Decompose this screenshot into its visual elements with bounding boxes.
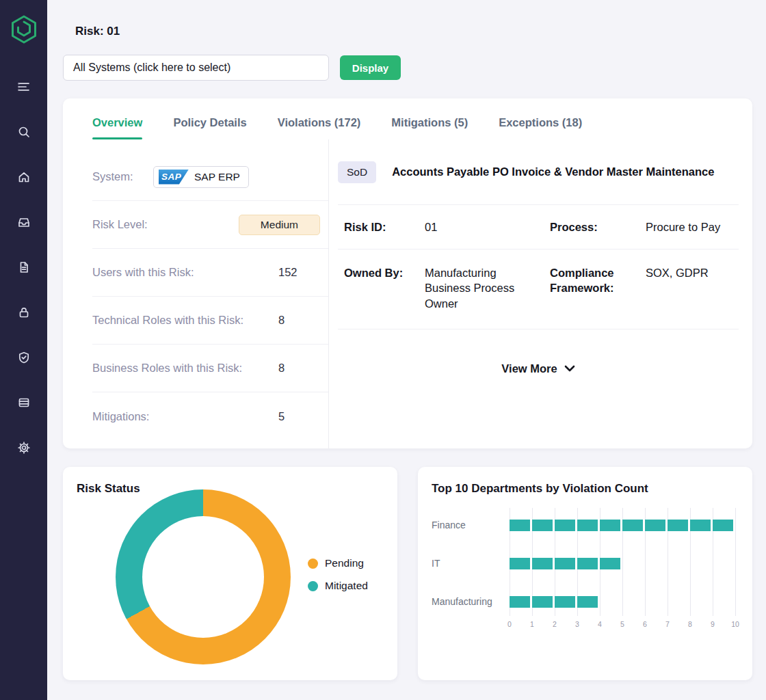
x-tick-label: 8: [688, 620, 692, 628]
donut-legend: Pending Mitigated: [308, 557, 368, 592]
category-label-finance: Finance: [432, 520, 466, 531]
chevron-down-icon: [564, 365, 575, 372]
system-select-value: All Systems (click here to select): [73, 62, 230, 74]
risk-id-value: 01: [425, 219, 550, 234]
category-label-it: IT: [432, 558, 440, 569]
sidebar-nav: [16, 79, 31, 455]
compliance-framework-value: SOX, GDPR: [646, 265, 739, 311]
mitigated-legend-label: Mitigated: [325, 580, 368, 592]
settings-gear-icon[interactable]: [16, 440, 31, 455]
risk-list-icon[interactable]: [16, 79, 31, 94]
risk-status-card: Risk Status Pending Mitigated: [63, 467, 397, 680]
page-title: Risk: 01: [75, 25, 752, 38]
category-label-manufacturing: Manufacturing: [432, 596, 492, 608]
app-logo[interactable]: [8, 14, 40, 48]
toolbar: All Systems (click here to select) Displ…: [63, 55, 752, 81]
sidebar: [0, 0, 47, 700]
risk-level-badge: Medium: [239, 215, 320, 235]
mitigations-label: Mitigations:: [92, 410, 149, 423]
pending-legend-dot: [308, 558, 318, 569]
system-label: System:: [92, 170, 133, 183]
risk-status-title: Risk Status: [77, 482, 397, 496]
users-with-risk-value: 152: [278, 266, 298, 279]
x-tick-label: 3: [575, 620, 579, 628]
owned-by-label: Owned By:: [344, 265, 425, 311]
charts-row: Risk Status Pending Mitigated Top 10 Dep…: [63, 467, 752, 680]
donut-hole: [142, 516, 264, 638]
x-tick-label: 2: [553, 620, 557, 628]
pending-legend-label: Pending: [325, 557, 364, 569]
bar-it: [510, 558, 622, 569]
technical-roles-row: Technical Roles with this Risk: 8: [92, 297, 328, 345]
view-more-button[interactable]: View More: [338, 362, 739, 375]
lock-icon[interactable]: [16, 305, 31, 320]
tab-policy-details[interactable]: Policy Details: [173, 116, 246, 139]
risk-title-row: SoD Accounts Payable PO Invoice & Vendor…: [338, 139, 739, 204]
business-roles-row: Business Roles with this Risk: 8: [92, 345, 328, 392]
detail-row-1: Risk ID: 01 Process: Procure to Pay: [338, 204, 739, 249]
risk-id-label: Risk ID:: [344, 219, 425, 234]
risk-detail-card: Overview Policy Details Violations (172)…: [63, 98, 752, 448]
x-tick-label: 9: [711, 620, 715, 628]
technical-roles-value: 8: [278, 314, 285, 327]
departments-bar-chart: Finance IT Manufacturing 012345678910: [418, 500, 752, 680]
risk-name-title: Accounts Payable PO Invoice & Vendor Mas…: [392, 165, 714, 178]
system-select[interactable]: All Systems (click here to select): [63, 55, 329, 81]
process-label: Process:: [550, 219, 646, 234]
x-tick-label: 7: [665, 620, 670, 628]
x-axis: 012345678910: [510, 620, 736, 630]
departments-chart-title: Top 10 Departments by Violation Count: [432, 482, 752, 496]
users-with-risk-row: Users with this Risk: 152: [92, 249, 328, 297]
risk-level-row: Risk Level: Medium: [92, 201, 328, 249]
system-badge: SAP SAP ERP: [153, 166, 249, 188]
x-tick-label: 6: [643, 620, 647, 628]
bar-finance: [510, 520, 735, 531]
table-icon[interactable]: [16, 395, 31, 410]
shield-check-icon[interactable]: [16, 350, 31, 365]
view-more-label: View More: [501, 362, 557, 375]
sap-logo: SAP: [159, 170, 189, 185]
risk-details-column: SoD Accounts Payable PO Invoice & Vendor…: [328, 139, 752, 448]
departments-chart-card: Top 10 Departments by Violation Count Fi…: [418, 467, 752, 680]
document-icon[interactable]: [16, 260, 31, 275]
legend-item-mitigated: Mitigated: [308, 580, 368, 592]
technical-roles-label: Technical Roles with this Risk:: [92, 314, 243, 327]
tab-exceptions[interactable]: Exceptions (18): [499, 116, 582, 139]
mitigated-legend-dot: [308, 581, 318, 591]
users-with-risk-label: Users with this Risk:: [92, 266, 194, 279]
tab-overview[interactable]: Overview: [92, 116, 142, 139]
display-button[interactable]: Display: [340, 55, 401, 80]
risk-status-donut-chart: [116, 489, 291, 664]
system-row: System: SAP SAP ERP: [92, 153, 328, 201]
mitigations-row: Mitigations: 5: [92, 392, 328, 440]
business-roles-value: 8: [278, 362, 285, 375]
inbox-icon[interactable]: [16, 215, 31, 230]
tab-violations[interactable]: Violations (172): [278, 116, 361, 139]
business-roles-label: Business Roles with this Risk:: [92, 362, 242, 375]
tab-mitigations[interactable]: Mitigations (5): [391, 116, 468, 139]
x-tick-label: 4: [598, 620, 602, 628]
x-tick-label: 10: [731, 620, 739, 628]
x-tick-label: 5: [620, 620, 624, 628]
bar-manufacturing: [510, 596, 600, 608]
compliance-framework-label: Compliance Framework:: [550, 265, 646, 311]
mitigations-value: 5: [278, 410, 285, 423]
x-tick-label: 1: [530, 620, 534, 628]
x-tick-label: 0: [507, 620, 512, 628]
legend-item-pending: Pending: [308, 557, 368, 569]
risk-summary-column: System: SAP SAP ERP Risk Level: Medium U…: [63, 139, 328, 448]
search-icon[interactable]: [16, 124, 31, 139]
owned-by-value: Manufacturing Business Process Owner: [425, 265, 550, 311]
detail-row-2: Owned By: Manufacturing Business Process…: [338, 249, 739, 329]
home-icon[interactable]: [16, 170, 31, 185]
tab-bar: Overview Policy Details Violations (172)…: [63, 98, 752, 139]
sod-badge: SoD: [338, 161, 376, 183]
process-value: Procure to Pay: [646, 219, 739, 234]
main-content: Risk: 01 All Systems (click here to sele…: [47, 0, 766, 680]
overview-panel: System: SAP SAP ERP Risk Level: Medium U…: [63, 139, 752, 448]
risk-level-label: Risk Level:: [92, 218, 148, 231]
system-value: SAP ERP: [194, 171, 240, 183]
